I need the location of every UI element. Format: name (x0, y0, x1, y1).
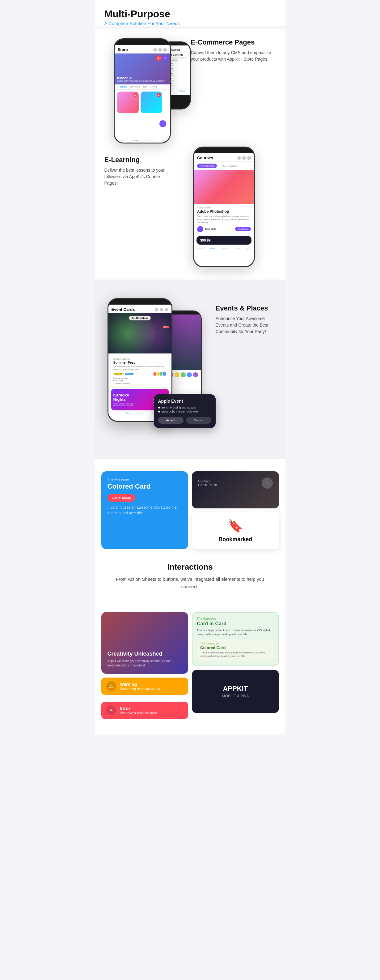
tab-featured[interactable]: Featured (117, 84, 129, 89)
course-price-bar: $99.99 (196, 236, 252, 245)
event-attendee-avatars (154, 372, 166, 376)
apple-event-buttons: Accept Decline (158, 417, 211, 424)
course-category: Video Tutorials (197, 207, 251, 209)
warning-card: ⚠ Warning Something might go wrong. (101, 678, 188, 695)
course-author: John Droid Read More (197, 226, 251, 232)
tab-discounts[interactable]: Discounts (129, 84, 141, 89)
store-card-1[interactable]: ▶ (117, 92, 139, 113)
heart-red-icon: ♥ (156, 56, 162, 61)
store-title: Store (118, 47, 128, 52)
card-in-card: The Awesome Card in Card This is a large… (192, 612, 279, 666)
bookmark-icon: 🔖 (228, 519, 243, 533)
ea-4 (162, 372, 166, 376)
creativity-description: Appkit will make your creativity scream!… (108, 659, 182, 668)
store-header: Store (115, 45, 170, 54)
hero-title: Multi-Purpose (104, 9, 276, 19)
appkit-title: APPKIT (222, 685, 249, 693)
events-notch (128, 299, 152, 305)
interactions-description: From Action Sheets to buttons, we've int… (108, 576, 273, 590)
c-icon-1 (237, 156, 241, 160)
elearning-section: E-Learning Deliver the best lessons to y… (95, 143, 285, 280)
get-directions-button[interactable]: Get Directions (129, 316, 151, 320)
nav-menu[interactable]: Menu (161, 140, 166, 141)
courses-screen: Courses New Courses Your Progress Video … (194, 153, 254, 267)
apple-event-popup: Apple Event Bench Pressing and Squats St… (154, 394, 215, 428)
events-flex: Live Concert New York (104, 292, 276, 447)
cnav-profile[interactable]: Profile (235, 247, 241, 249)
courses-title: Courses (197, 156, 213, 160)
bottom-right: The Awesome Card in Card This is a large… (192, 612, 279, 722)
elearning-heading: E-Learning (104, 156, 166, 164)
bottom-grid: Creativity Unleashed Appkit will make yo… (95, 612, 285, 735)
contact-text: Contact Get in Touch (198, 479, 217, 487)
env-pages[interactable]: Pages (125, 412, 130, 414)
colored-card-description: ...card, it uses an awesome iOS styled t… (108, 505, 182, 516)
play-icon: ▶ (133, 93, 138, 97)
event-team: Rock Venue Team (113, 377, 166, 379)
ecommerce-phones: Store ♥ ♥ iPhone XL Space Gray with 256G (104, 35, 185, 134)
contact-label: Contact (198, 479, 217, 483)
apple-meta-text-2: Steve Jobs Theater, Palo Alto (162, 410, 198, 413)
ecommerce-heading: E-Commerce Pages (191, 38, 276, 46)
ecommerce-description: Convert them to any CMS and emphasise yo… (191, 49, 276, 62)
menu-icon (163, 48, 167, 52)
bookmarked-label: Bookmarked (218, 536, 252, 543)
courses-notch (212, 148, 236, 153)
bookmarked-card[interactable]: 🔖 Bookmarked (192, 512, 279, 549)
read-more-button[interactable]: Read More (235, 227, 251, 231)
creativity-card: Creativity Unleashed Appkit will make yo… (101, 612, 188, 674)
store-card-2[interactable]: ▶ (141, 92, 162, 113)
tab-mobile[interactable]: Mobile (149, 84, 158, 89)
card-desc-green: This is a large content card. It uses an… (197, 628, 274, 636)
store-cards: ▶ ▶ (115, 90, 170, 115)
cnav-welcome[interactable]: Welcome (222, 247, 229, 249)
courses-header: Courses (194, 153, 254, 162)
colored-card: The Awesome Colored Card Get it Today ..… (101, 471, 188, 549)
more-icon (158, 48, 162, 52)
env-features[interactable]: Features (111, 412, 119, 414)
event-tag-music: #Music (125, 373, 133, 375)
course-name: Adobe Photoshop (197, 209, 251, 214)
c-icon-2 (242, 156, 246, 160)
ecommerce-text: E-Commerce Pages Convert them to any CMS… (191, 35, 276, 62)
cnav-features[interactable]: Features (197, 247, 204, 249)
card-title-green: Card in Card (197, 621, 274, 627)
get-it-today-button[interactable]: Get it Today (108, 494, 136, 501)
colored-card-label: The Awesome (108, 477, 182, 481)
store-tabs: Featured Discounts Tech Mobile (115, 84, 170, 90)
eh-icon-1 (155, 308, 158, 312)
nav-projects[interactable]: Projects (118, 140, 125, 141)
tab-new-courses[interactable]: New Courses (197, 164, 217, 168)
tab-progress[interactable]: Your Progress (219, 164, 239, 168)
contact-arrow-icon[interactable]: → (262, 477, 273, 488)
karaoke-subtitle: YOU THINK YOU CAN SING?SHOW US WHAT YOU … (113, 402, 135, 406)
event-header-icons (155, 308, 168, 312)
karaoke-text: KaraokeNights YOU THINK YOU CAN SING?SHO… (111, 391, 137, 409)
event-card: Sunday, 18th July Summer Fest The most p… (111, 355, 169, 387)
tab-tech[interactable]: Tech (141, 84, 149, 89)
cnav-menu[interactable]: Menu (246, 247, 251, 249)
meta-dot-1 (158, 407, 160, 409)
nav-welcome[interactable]: Welcome (146, 140, 154, 141)
event-header: Event Cards (108, 305, 171, 313)
interactions-heading: Interactions (108, 562, 273, 572)
event-date: Sunday, 18th July (113, 358, 166, 360)
contact-card[interactable]: Contact Get in Touch → (192, 471, 279, 508)
fab-button[interactable]: ⌂ (160, 120, 166, 127)
cnav-pages[interactable]: Pages (211, 247, 215, 249)
course-price: $99.99 (200, 239, 211, 242)
appkit-subtitle: MOBILE & PWA (222, 694, 249, 698)
env-welcome[interactable]: Welcome (136, 412, 144, 414)
courses-phone-wrap: Courses New Courses Your Progress Video … (173, 146, 276, 267)
ecommerce-section: Store ♥ ♥ iPhone XL Space Gray with 256G (95, 29, 285, 143)
events-text: Events & Places Announce Your Awesome Ev… (215, 292, 276, 335)
courses-tabs: New Courses Your Progress (194, 162, 254, 170)
event-meta: Rated 4.9 #Music (113, 372, 166, 376)
product-name: iPhone XL (117, 76, 165, 80)
elearning-text: E-Learning Deliver the best lessons to y… (104, 146, 166, 186)
accept-button[interactable]: Accept (158, 417, 184, 424)
event-header-title: Event Cards (111, 307, 135, 312)
decline-button[interactable]: Decline (186, 417, 211, 424)
nav-pages[interactable]: Pages (133, 140, 138, 141)
store-bottom-nav: Projects Pages Welcome Menu (115, 138, 170, 143)
